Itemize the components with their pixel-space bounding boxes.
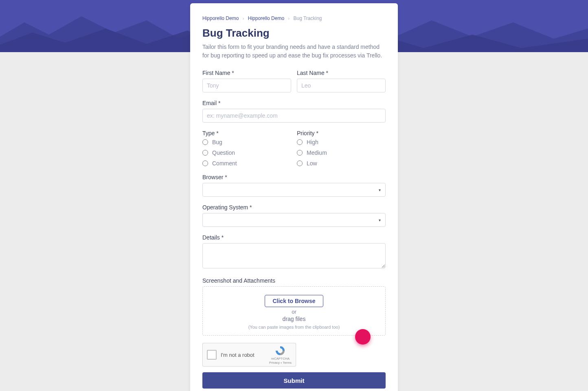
type-option-bug[interactable]: Bug [202,139,291,145]
priority-radio[interactable] [297,150,303,156]
priority-option-label: Low [307,160,317,167]
type-option-label: Bug [212,139,222,145]
details-textarea[interactable] [202,243,386,268]
type-option-question[interactable]: Question [202,149,291,156]
upload-dropzone[interactable]: Click to Browse or drag files (You can p… [202,286,386,336]
attachments-label: Screenshot and Attachments [202,277,386,284]
type-radio[interactable] [202,139,208,145]
submit-button[interactable]: Submit [202,372,386,389]
upload-drag-text: drag files [207,316,381,322]
recaptcha-text: I'm not a robot [221,352,265,358]
browser-select[interactable] [202,183,386,197]
recaptcha-logo: reCAPTCHA Privacy • Terms [269,345,292,365]
page-description: Tailor this form to fit your branding ne… [202,43,386,60]
recaptcha-brand: reCAPTCHA [269,357,292,361]
priority-radio[interactable] [297,160,303,166]
type-option-label: Question [212,149,235,156]
breadcrumbs: Hipporello Demo › Hipporello Demo › Bug … [202,15,386,21]
first-name-input[interactable] [202,79,291,92]
details-label: Details * [202,234,386,241]
page-title: Bug Tracking [202,27,386,40]
help-fab[interactable] [355,329,371,345]
browse-button[interactable]: Click to Browse [265,295,323,307]
email-input[interactable] [202,109,386,123]
chevron-right-icon: › [243,16,244,21]
last-name-input[interactable] [297,79,386,92]
os-select[interactable] [202,213,386,227]
type-label: Type * [202,130,291,136]
priority-option-medium[interactable]: Medium [297,149,386,156]
chevron-right-icon: › [288,16,290,21]
browser-label: Browser * [202,174,386,180]
type-radio[interactable] [202,150,208,156]
recaptcha-icon [274,345,286,356]
priority-option-low[interactable]: Low [297,160,386,167]
recaptcha-widget: I'm not a robot reCAPTCHA Privacy • Term… [202,343,296,367]
recaptcha-terms: Privacy • Terms [269,361,292,365]
last-name-label: Last Name * [297,70,386,76]
type-option-label: Comment [212,160,237,167]
breadcrumb-link-0[interactable]: Hipporello Demo [202,15,239,21]
upload-or-text: or [207,309,381,315]
email-label: Email * [202,100,386,106]
priority-label: Priority * [297,130,386,136]
priority-radio[interactable] [297,139,303,145]
first-name-label: First Name * [202,70,291,76]
breadcrumb-link-1[interactable]: Hipporello Demo [248,15,284,21]
priority-option-label: High [307,139,318,145]
recaptcha-checkbox[interactable] [207,350,217,360]
upload-hint-text: (You can paste images from the clipboard… [207,325,381,329]
priority-option-label: Medium [307,149,327,156]
breadcrumb-current: Bug Tracking [293,15,322,21]
type-radio[interactable] [202,160,208,166]
os-label: Operating System * [202,204,386,211]
type-option-comment[interactable]: Comment [202,160,291,167]
priority-option-high[interactable]: High [297,139,386,145]
